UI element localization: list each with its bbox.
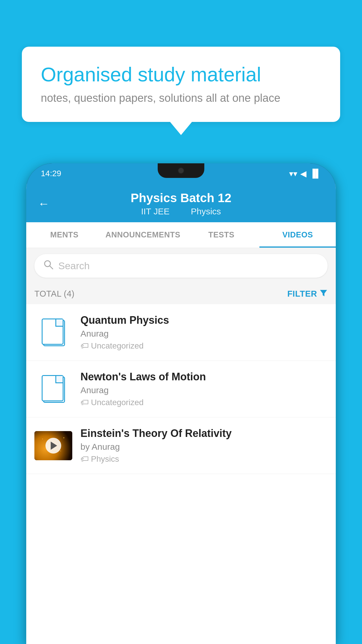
video-info: Einstein's Theory Of Relativity by Anura… xyxy=(80,427,328,464)
phone-frame: 14:29 ▾▾ ◀ ▐▌ ← Physics Batch 12 IIT JEE… xyxy=(26,163,336,644)
search-placeholder: Search xyxy=(58,260,90,272)
video-info: Newton's Laws of Motion Anurag 🏷 Uncateg… xyxy=(80,371,328,407)
video-author: Anurag xyxy=(80,329,328,339)
back-button[interactable]: ← xyxy=(38,197,50,210)
tab-ments[interactable]: MENTS xyxy=(26,222,103,248)
status-icons: ▾▾ ◀ ▐▌ xyxy=(289,169,321,178)
status-bar: 14:29 ▾▾ ◀ ▐▌ xyxy=(26,163,336,184)
video-thumbnail xyxy=(34,431,72,460)
filter-button[interactable]: FILTER xyxy=(287,289,328,299)
subtitle-part2: Physics xyxy=(191,206,221,216)
list-item[interactable]: Quantum Physics Anurag 🏷 Uncategorized xyxy=(26,304,336,361)
tag-label: Physics xyxy=(91,454,119,464)
speech-bubble: Organised study material notes, question… xyxy=(22,47,340,122)
list-item[interactable]: Einstein's Theory Of Relativity by Anura… xyxy=(26,417,336,474)
video-tag: 🏷 Physics xyxy=(80,454,328,464)
header-subtitle: IIT JEE Physics xyxy=(131,206,231,216)
filter-row: TOTAL (4) FILTER xyxy=(26,284,336,304)
bubble-subtitle: notes, question papers, solutions all at… xyxy=(41,92,321,104)
doc-front xyxy=(42,318,64,345)
tag-label: Uncategorized xyxy=(91,341,144,351)
tab-tests[interactable]: TESTS xyxy=(183,222,260,248)
total-label: TOTAL (4) xyxy=(34,289,75,299)
document-icon xyxy=(42,318,65,346)
video-author: Anurag xyxy=(80,385,328,395)
filter-label: FILTER xyxy=(287,289,317,299)
tab-bar: MENTS ANNOUNCEMENTS TESTS VIDEOS xyxy=(26,222,336,248)
play-button[interactable] xyxy=(45,438,61,454)
tag-icon: 🏷 xyxy=(80,341,89,351)
signal-icon: ◀ xyxy=(300,169,307,178)
video-title: Einstein's Theory Of Relativity xyxy=(80,427,328,440)
app-header: ← Physics Batch 12 IIT JEE Physics xyxy=(26,184,336,222)
video-list: Quantum Physics Anurag 🏷 Uncategorized xyxy=(26,304,336,474)
filter-funnel-icon xyxy=(319,289,328,299)
bubble-title: Organised study material xyxy=(41,63,321,87)
list-item[interactable]: Newton's Laws of Motion Anurag 🏷 Uncateg… xyxy=(26,361,336,417)
wifi-icon: ▾▾ xyxy=(289,169,297,178)
doc-front xyxy=(42,375,64,401)
header-title: Physics Batch 12 xyxy=(131,191,231,205)
notch xyxy=(158,163,204,178)
video-title: Newton's Laws of Motion xyxy=(80,371,328,383)
video-tag: 🏷 Uncategorized xyxy=(80,398,328,407)
subtitle-separator xyxy=(179,206,184,216)
tab-videos[interactable]: VIDEOS xyxy=(259,222,336,248)
video-info: Quantum Physics Anurag 🏷 Uncategorized xyxy=(80,314,328,351)
doc-icon-container xyxy=(34,318,72,347)
subtitle-part1: IIT JEE xyxy=(141,206,170,216)
video-title: Quantum Physics xyxy=(80,314,328,326)
document-icon xyxy=(42,375,65,403)
doc-icon-container xyxy=(34,374,72,404)
camera-dot xyxy=(178,167,184,174)
tag-label: Uncategorized xyxy=(91,398,144,407)
svg-marker-2 xyxy=(320,290,327,296)
tag-icon: 🏷 xyxy=(80,454,89,464)
video-tag: 🏷 Uncategorized xyxy=(80,341,328,351)
phone-screen: ← Physics Batch 12 IIT JEE Physics MENTS… xyxy=(26,184,336,644)
tab-announcements[interactable]: ANNOUNCEMENTS xyxy=(103,222,183,248)
video-author: by Anurag xyxy=(80,442,328,452)
search-bar[interactable]: Search xyxy=(34,254,328,278)
search-icon xyxy=(43,259,54,272)
tag-icon: 🏷 xyxy=(80,398,89,407)
status-time: 14:29 xyxy=(41,169,61,178)
play-triangle-icon xyxy=(51,442,57,450)
search-container: Search xyxy=(26,248,336,284)
battery-icon: ▐▌ xyxy=(310,169,321,178)
svg-line-1 xyxy=(50,266,53,269)
